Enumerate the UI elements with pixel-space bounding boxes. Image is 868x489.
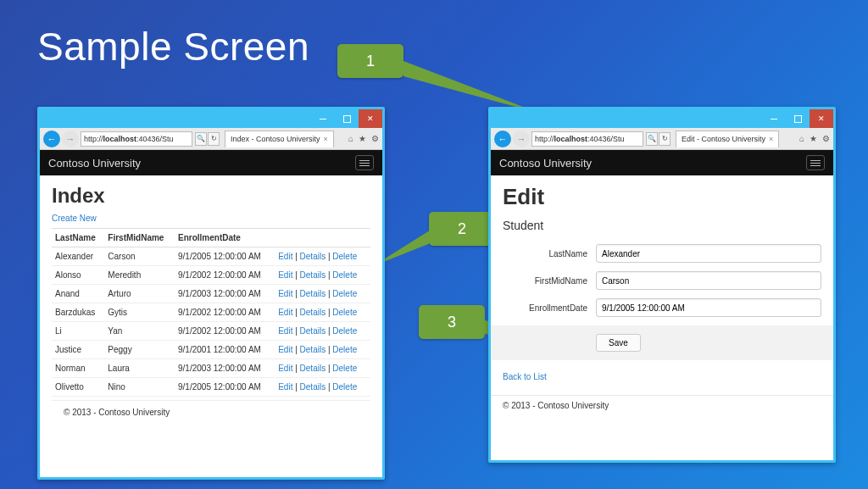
favorites-icon[interactable]: ★ [359, 134, 366, 143]
col-enrollmentdate: EnrollmentDate [175, 229, 275, 247]
cell-firstmidname: Laura [104, 359, 175, 378]
maximize-button[interactable] [786, 109, 810, 128]
address-bar-buttons: 🔍 ↻ [646, 132, 670, 146]
callout-2-tail [373, 222, 475, 281]
address-bar[interactable]: http://localhost:40436/Stu [531, 131, 643, 147]
forward-button[interactable]: → [513, 131, 530, 147]
forward-button[interactable]: → [62, 131, 79, 147]
refresh-icon[interactable]: ↻ [208, 132, 220, 146]
app-title: Contoso University [499, 157, 592, 169]
cell-lastname: Alexander [52, 247, 104, 266]
content-right: Edit Student LastName FirstMidName Enrol… [491, 175, 833, 415]
slide-title: Sample Screen [37, 24, 309, 69]
cell-firstmidname: Carson [104, 247, 175, 266]
delete-link[interactable]: Delete [332, 382, 357, 392]
url-rest: :40436/Stu [587, 135, 625, 143]
tab-close-icon[interactable]: × [769, 135, 773, 143]
row-firstmidname: FirstMidName [503, 271, 821, 290]
save-bar: Save [491, 325, 833, 360]
back-to-list-link[interactable]: Back to List [503, 372, 547, 381]
callout-1: 1 [337, 44, 403, 78]
cell-firstmidname: Meredith [104, 266, 175, 285]
delete-link[interactable]: Delete [332, 364, 357, 373]
edit-link[interactable]: Edit [278, 289, 292, 298]
cell-enrollmentdate: 9/1/2002 12:00:00 AM [175, 266, 275, 285]
cell-actions: Edit | Details | Delete [275, 322, 370, 341]
cell-actions: Edit | Details | Delete [275, 341, 370, 359]
svg-marker-0 [403, 61, 541, 114]
address-bar[interactable]: http://localhost:40436/Stu [81, 131, 192, 147]
titlebar-right [491, 109, 833, 128]
input-lastname[interactable] [596, 244, 821, 263]
input-firstmidname[interactable] [596, 271, 821, 290]
cell-firstmidname: Gytis [104, 303, 175, 322]
delete-link[interactable]: Delete [332, 289, 357, 298]
cell-lastname: Li [52, 322, 104, 341]
page-right: Contoso University Edit Student LastName… [491, 150, 833, 460]
callout-2: 2 [429, 212, 495, 246]
edit-link[interactable]: Edit [278, 364, 292, 373]
delete-link[interactable]: Delete [332, 252, 357, 261]
tab-close-icon[interactable]: × [324, 135, 328, 143]
row-enrollmentdate: EnrollmentDate [503, 298, 821, 317]
favorites-icon[interactable]: ★ [810, 134, 817, 143]
details-link[interactable]: Details [300, 308, 326, 317]
details-link[interactable]: Details [300, 252, 326, 261]
back-button[interactable]: ← [494, 131, 511, 147]
cell-firstmidname: Peggy [104, 341, 175, 359]
create-new-link[interactable]: Create New [52, 214, 97, 223]
delete-link[interactable]: Delete [332, 270, 357, 280]
cell-firstmidname: Nino [104, 378, 175, 397]
details-link[interactable]: Details [300, 382, 326, 392]
details-link[interactable]: Details [300, 289, 326, 298]
edit-link[interactable]: Edit [278, 382, 292, 392]
gear-icon[interactable]: ⚙ [371, 134, 379, 143]
hamburger-icon[interactable] [806, 155, 825, 170]
details-link[interactable]: Details [300, 345, 326, 354]
delete-link[interactable]: Delete [332, 308, 357, 317]
gear-icon[interactable]: ⚙ [822, 134, 830, 143]
search-icon[interactable]: 🔍 [646, 132, 658, 146]
details-link[interactable]: Details [300, 364, 326, 373]
edit-link[interactable]: Edit [278, 252, 292, 261]
details-link[interactable]: Details [300, 326, 326, 336]
browser-tab[interactable]: Edit - Contoso University × [676, 131, 779, 147]
maximize-button[interactable] [335, 109, 359, 128]
hamburger-icon[interactable] [355, 155, 374, 170]
input-enrollmentdate[interactable] [596, 298, 821, 317]
col-lastname: LastName [52, 229, 104, 247]
close-button[interactable] [359, 109, 382, 128]
edit-link[interactable]: Edit [278, 270, 292, 280]
cell-actions: Edit | Details | Delete [275, 247, 370, 266]
back-button[interactable]: ← [43, 131, 60, 147]
cell-enrollmentdate: 9/1/2002 12:00:00 AM [175, 322, 275, 341]
label-enrollmentdate: EnrollmentDate [503, 303, 596, 313]
save-button[interactable]: Save [596, 334, 641, 352]
minimize-button[interactable] [762, 109, 786, 128]
home-icon[interactable]: ⌂ [799, 134, 804, 143]
delete-link[interactable]: Delete [332, 326, 357, 336]
delete-link[interactable]: Delete [332, 345, 357, 354]
cell-actions: Edit | Details | Delete [275, 285, 370, 303]
cell-lastname: Norman [52, 359, 104, 378]
close-button[interactable] [810, 109, 833, 128]
students-table: LastName FirstMidName EnrollmentDate Ale… [52, 228, 370, 397]
cell-firstmidname: Arturo [104, 285, 175, 303]
details-link[interactable]: Details [300, 270, 326, 280]
cell-actions: Edit | Details | Delete [275, 266, 370, 285]
edit-link[interactable]: Edit [278, 345, 292, 354]
page-left: Contoso University Index Create New Last… [40, 150, 382, 477]
edit-link[interactable]: Edit [278, 326, 292, 336]
search-icon[interactable]: 🔍 [195, 132, 207, 146]
home-icon[interactable]: ⌂ [348, 134, 353, 143]
minimize-button[interactable] [311, 109, 335, 128]
browser-tab[interactable]: Index - Contoso University × [225, 131, 334, 147]
edit-link[interactable]: Edit [278, 308, 292, 317]
refresh-icon[interactable]: ↻ [659, 132, 670, 146]
cell-lastname: Anand [52, 285, 104, 303]
label-firstmidname: FirstMidName [503, 276, 596, 286]
url-rest: :40436/Stu [136, 135, 174, 143]
table-row: JusticePeggy9/1/2001 12:00:00 AMEdit | D… [52, 341, 370, 359]
table-row: AlexanderCarson9/1/2005 12:00:00 AMEdit … [52, 247, 370, 266]
ie-command-icons: ⌂ ★ ⚙ [799, 134, 830, 143]
